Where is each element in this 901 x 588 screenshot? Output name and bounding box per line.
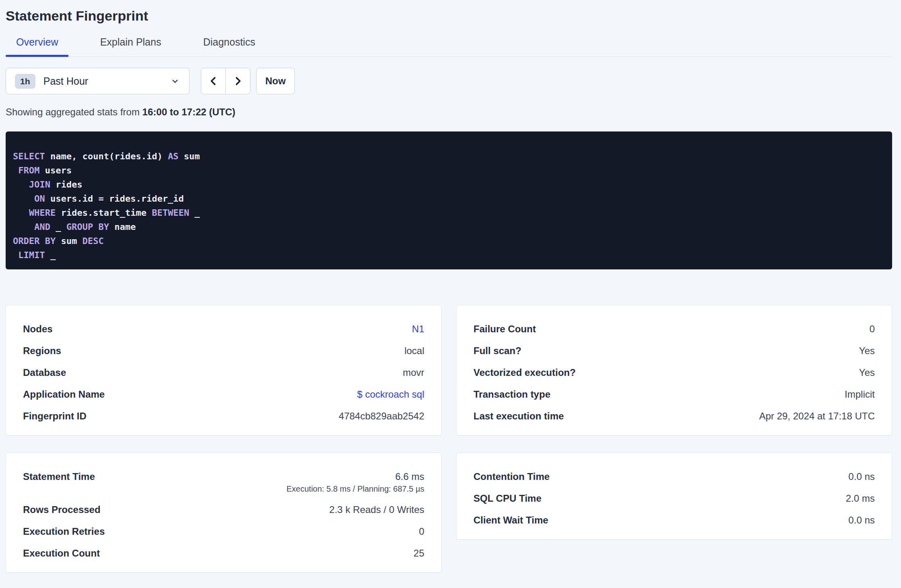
info-row: Nodes N1 xyxy=(23,323,424,335)
row-value: local xyxy=(405,345,424,357)
sql-line: LIMIT _ xyxy=(13,248,880,262)
sql-line: JOIN rides xyxy=(13,177,880,192)
row-value: 0 xyxy=(419,525,424,538)
row-label: Execution Retries xyxy=(23,525,105,538)
row-value: Yes xyxy=(859,345,875,357)
info-row: Last execution time Apr 29, 2024 at 17:1… xyxy=(473,410,875,422)
tab-explain-plans[interactable]: Explain Plans xyxy=(90,36,171,56)
chevron-left-icon xyxy=(208,75,219,87)
info-row: Execution Retries 0 xyxy=(23,525,424,538)
info-row: Transaction type Implicit xyxy=(473,388,875,400)
time-interval-dropdown[interactable]: 1h Past Hour xyxy=(6,68,190,94)
row-value: 2.3 k Reads / 0 Writes xyxy=(329,504,424,516)
sql-code: SELECT name, count(rides.id) AS sum FROM… xyxy=(13,149,880,262)
chevron-right-icon xyxy=(232,75,244,87)
row-label: Database xyxy=(23,367,66,379)
overview-cards-top: Nodes N1 Regions local Database movr App… xyxy=(6,305,892,436)
row-value: 2.0 ms xyxy=(846,492,875,505)
row-label: Failure Count xyxy=(473,323,536,335)
info-row: Failure Count 0 xyxy=(473,323,875,335)
last-execution-time-value: Apr 29, 2024 at 17:18 UTC xyxy=(759,410,875,422)
info-row: Contention Time 0.0 ns xyxy=(473,471,875,483)
sql-line: ORDER BY sum DESC xyxy=(13,234,880,248)
sql-line: FROM users xyxy=(13,163,880,177)
overview-cards-bottom: Statement Time 6.6 ms Execution: 5.8 ms … xyxy=(6,452,892,573)
info-row: Regions local xyxy=(23,345,424,357)
row-label: Statement Time xyxy=(23,471,95,483)
info-row: Execution Count 25 xyxy=(23,547,424,559)
row-value: 6.6 ms xyxy=(395,471,424,483)
interval-badge: 1h xyxy=(15,74,35,89)
info-card-statement-stats: Statement Time 6.6 ms Execution: 5.8 ms … xyxy=(6,452,442,573)
info-row: SQL CPU Time 2.0 ms xyxy=(473,492,875,505)
row-label: SQL CPU Time xyxy=(473,492,542,505)
tab-bar: Overview Explain Plans Diagnostics xyxy=(6,36,892,57)
stats-summary: Showing aggregated stats from 16:00 to 1… xyxy=(6,106,892,118)
row-value: Yes xyxy=(859,367,875,379)
row-label: Rows Processed xyxy=(23,504,100,516)
info-row: Statement Time 6.6 ms Execution: 5.8 ms … xyxy=(23,471,424,494)
stats-summary-range: 16:00 to 17:22 (UTC) xyxy=(142,106,236,117)
row-label: Nodes xyxy=(23,323,52,335)
nodes-link[interactable]: N1 xyxy=(412,323,424,335)
info-row: Database movr xyxy=(23,367,424,379)
row-value: movr xyxy=(403,367,424,379)
info-card-time-stats: Contention Time 0.0 ns SQL CPU Time 2.0 … xyxy=(456,452,892,540)
row-value-group: 6.6 ms Execution: 5.8 ms / Planning: 687… xyxy=(286,471,424,494)
sql-line: AND _ GROUP BY name xyxy=(13,220,880,234)
row-value: 0 xyxy=(870,323,875,335)
row-label: Regions xyxy=(23,345,61,357)
row-value: Implicit xyxy=(845,388,875,400)
info-card-general: Nodes N1 Regions local Database movr App… xyxy=(6,305,442,436)
row-subvalue: Execution: 5.8 ms / Planning: 687.5 µs xyxy=(286,484,424,494)
row-label: Application Name xyxy=(23,388,105,400)
page-title: Statement Fingerprint xyxy=(6,7,892,24)
sql-line: SELECT name, count(rides.id) AS sum xyxy=(13,149,880,163)
row-label: Last execution time xyxy=(473,410,564,422)
next-interval-button[interactable] xyxy=(225,68,250,94)
prev-interval-button[interactable] xyxy=(201,68,226,94)
interval-label: Past Hour xyxy=(44,75,88,87)
tab-overview[interactable]: Overview xyxy=(6,36,69,56)
app-name-link[interactable]: $ cockroach sql xyxy=(357,388,424,400)
row-label: Execution Count xyxy=(23,547,100,559)
stats-summary-prefix: Showing aggregated stats from xyxy=(6,106,142,117)
row-label: Client Wait Time xyxy=(473,514,548,526)
row-label: Vectorized execution? xyxy=(473,367,576,379)
row-value: 0.0 ns xyxy=(849,514,875,526)
row-label: Fingerprint ID xyxy=(23,410,86,422)
info-row: Application Name $ cockroach sql xyxy=(23,388,424,400)
row-value: 0.0 ns xyxy=(849,471,875,483)
info-row: Client Wait Time 0.0 ns xyxy=(473,514,875,526)
info-row: Fingerprint ID 4784cb829aab2542 xyxy=(23,410,424,422)
tab-diagnostics[interactable]: Diagnostics xyxy=(193,36,266,56)
info-card-execution-attributes: Failure Count 0 Full scan? Yes Vectorize… xyxy=(456,305,892,436)
row-label: Transaction type xyxy=(473,388,551,400)
row-label: Contention Time xyxy=(473,471,550,483)
info-row: Vectorized execution? Yes xyxy=(473,367,875,379)
info-row: Rows Processed 2.3 k Reads / 0 Writes xyxy=(23,504,424,516)
interval-arrow-group xyxy=(201,68,250,94)
fingerprint-id-value: 4784cb829aab2542 xyxy=(339,410,424,422)
statement-fingerprint-page: Statement Fingerprint Overview Explain P… xyxy=(0,0,901,573)
sql-line: WHERE rides.start_time BETWEEN _ xyxy=(13,206,880,220)
row-label: Full scan? xyxy=(473,345,521,357)
time-picker-row: 1h Past Hour Now xyxy=(6,68,892,94)
info-row: Full scan? Yes xyxy=(473,345,875,357)
row-value: 25 xyxy=(413,547,424,559)
sql-line: ON users.id = rides.rider_id xyxy=(13,192,880,206)
chevron-down-icon xyxy=(170,76,180,86)
sql-statement-box: SELECT name, count(rides.id) AS sum FROM… xyxy=(6,131,892,269)
now-button[interactable]: Now xyxy=(256,68,295,94)
